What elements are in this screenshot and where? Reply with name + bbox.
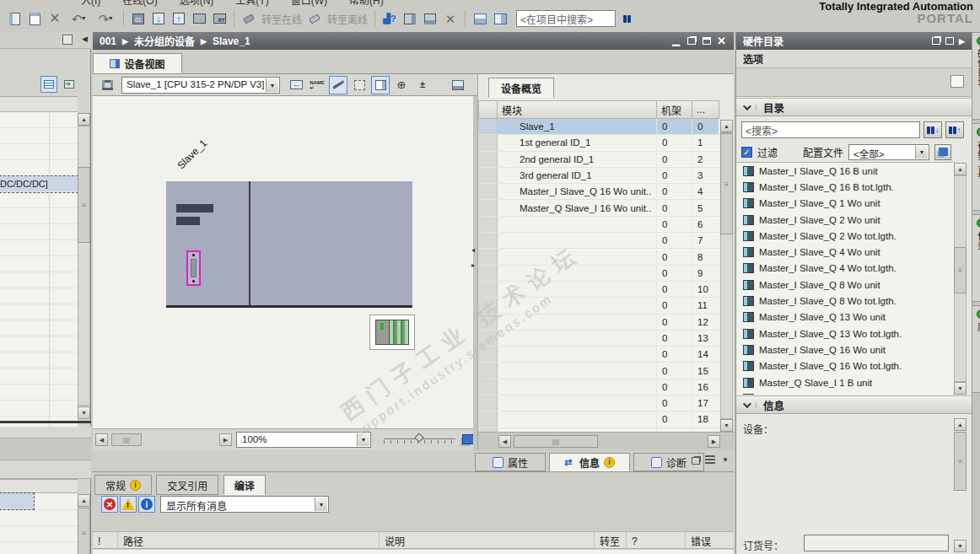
filter-checkbox[interactable]: ✓ xyxy=(741,147,752,158)
catalog-item[interactable]: Master_I Slave_Q 16 Wo unit xyxy=(736,342,954,358)
zoom-in-button[interactable]: ⊕ xyxy=(392,76,411,94)
row-handle[interactable] xyxy=(478,249,498,264)
table-row[interactable] xyxy=(0,385,78,401)
table-row[interactable] xyxy=(0,493,78,510)
scroll-right-button[interactable]: ▶ xyxy=(708,435,720,448)
module-cell[interactable] xyxy=(498,347,657,362)
slot-cell[interactable]: 2 xyxy=(692,152,719,167)
scrollbar-thumb[interactable]: ≡ xyxy=(720,133,733,234)
device-overview-row[interactable]: 0 14 xyxy=(478,347,719,363)
catalog-item[interactable]: Master_I Slave_Q 4 Wo unit xyxy=(736,244,954,260)
inspector-subtab[interactable]: 编译 i xyxy=(223,475,266,495)
scrollbar-thumb[interactable]: ≡ xyxy=(78,167,90,243)
network-icon-button[interactable] xyxy=(98,76,116,94)
project-search-button[interactable] xyxy=(617,9,636,28)
row-handle[interactable] xyxy=(478,119,498,134)
task-card-tab[interactable]: 任务 xyxy=(972,214,980,302)
table-row[interactable] xyxy=(0,208,78,224)
device-overview-row[interactable]: 0 11 xyxy=(478,298,719,314)
catalog-item[interactable]: Master_I Slave_Q 2 Wo unit xyxy=(736,212,954,228)
catalog-item[interactable]: Master_I Slave_Q 2 Wo tot.lgth. xyxy=(736,228,954,244)
menu-item[interactable]: 工具(T) xyxy=(235,0,268,7)
catalog-item[interactable]: Master_I Slave_Q 8 Wo unit xyxy=(736,277,954,293)
device-overview-row[interactable]: 2nd general ID_1 0 2 xyxy=(478,152,719,168)
dropdown-arrow-icon[interactable]: ▼ xyxy=(357,433,369,446)
rack-cell[interactable]: 0 xyxy=(657,119,692,134)
slot-cell[interactable]: 15 xyxy=(692,363,719,378)
zoom-slider[interactable] xyxy=(384,438,455,444)
slot-cell[interactable]: 0 xyxy=(692,119,719,134)
go-offline-icon-button[interactable] xyxy=(305,9,324,28)
scrollbar-thumb[interactable]: ≡ xyxy=(954,432,967,491)
row-handle[interactable] xyxy=(478,135,498,150)
device-overview-row[interactable]: 0 10 xyxy=(478,282,719,298)
module-cell[interactable]: Master_Q Slave_I 16 Wo unit.. xyxy=(498,200,657,215)
device-overview-row[interactable]: 0 6 xyxy=(478,217,719,233)
table-row[interactable] xyxy=(0,160,78,176)
slot-cell[interactable]: 4 xyxy=(692,184,719,199)
table-row[interactable] xyxy=(0,192,78,208)
slot-column-header[interactable]: ... xyxy=(692,100,719,119)
scroll-left-button[interactable]: ◀ xyxy=(95,433,108,446)
project-search-input[interactable] xyxy=(516,10,616,27)
view-tab[interactable]: 设备视图 xyxy=(93,53,182,73)
slot-cell[interactable]: 5 xyxy=(692,200,719,215)
catalog-item[interactable]: Master_I Slave_Q 16 B unit xyxy=(736,163,954,179)
module-cell[interactable] xyxy=(498,395,657,411)
row-handle[interactable] xyxy=(478,363,498,378)
module-cell[interactable] xyxy=(498,266,657,281)
float-panel-icon[interactable] xyxy=(62,35,73,45)
row-handle[interactable] xyxy=(478,233,498,248)
pane-button[interactable] xyxy=(371,76,390,94)
row-handle[interactable] xyxy=(478,298,498,313)
row-handle[interactable] xyxy=(478,379,498,395)
maximize-window-icon[interactable] xyxy=(701,36,712,46)
menu-item[interactable]: 入(I) xyxy=(81,0,100,7)
device-overview-row[interactable]: 0 18 xyxy=(478,411,719,428)
table-row[interactable] xyxy=(0,272,78,288)
table-row[interactable] xyxy=(0,510,78,526)
module-cell[interactable] xyxy=(498,315,657,330)
compile-button[interactable]: 01 xyxy=(129,9,148,28)
collapse-left-icon[interactable]: ◀ xyxy=(82,35,88,43)
scroll-right-button[interactable]: ▶ xyxy=(219,433,232,446)
filter-warnings-button[interactable]: ! xyxy=(120,496,137,513)
rack-cell[interactable]: 0 xyxy=(657,233,692,248)
breadcrumb-group[interactable]: 未分组的设备 xyxy=(134,34,195,48)
row-handle[interactable] xyxy=(478,395,498,411)
device-overview-row[interactable]: 0 16 xyxy=(478,379,719,395)
scrollbar-thumb[interactable]: ≡ xyxy=(78,508,90,554)
slot-cell[interactable]: 3 xyxy=(692,168,719,183)
redo-button[interactable]: ↷▾ xyxy=(93,9,118,28)
rack-cell[interactable]: 0 xyxy=(657,200,692,215)
col-path[interactable]: 路径 xyxy=(118,532,380,550)
split-horizontal-button[interactable] xyxy=(471,9,489,28)
col-description[interactable]: 说明 xyxy=(380,532,595,550)
inspector-subtab[interactable]: 交叉引用 i xyxy=(156,475,218,495)
table-row[interactable] xyxy=(0,336,78,352)
zoom-saved-button[interactable]: ± xyxy=(413,76,432,94)
rack-cell[interactable]: 0 xyxy=(657,282,692,297)
catalog-item[interactable]: Master_I Slave_Q 13 Wo tot.lgth. xyxy=(736,325,954,342)
selected-cell[interactable] xyxy=(0,493,34,509)
scroll-up-button[interactable]: ▲ xyxy=(954,163,967,175)
module-cell[interactable] xyxy=(498,298,657,313)
table-row[interactable] xyxy=(0,352,78,368)
hscrollbar-thumb[interactable]: |||| xyxy=(111,433,142,446)
rack-cell[interactable]: 0 xyxy=(657,217,692,232)
module-cell[interactable]: Master_I Slave_Q 16 Wo unit.. xyxy=(498,184,657,199)
device-overview-row[interactable]: 3rd general ID_1 0 3 xyxy=(478,168,719,184)
catalog-item[interactable]: Master_I Slave_Q 1 Wo unit xyxy=(736,196,954,212)
profile-dropdown[interactable]: <全部> ▼ xyxy=(848,144,929,160)
module-cell[interactable]: 1st general ID_1 xyxy=(498,135,657,150)
diagnostics-button[interactable]: ▟? xyxy=(380,9,399,28)
row-handle[interactable] xyxy=(478,282,498,297)
catalog-search-input[interactable] xyxy=(741,121,920,138)
slot-cell[interactable]: 10 xyxy=(692,282,719,297)
col-question[interactable]: ? xyxy=(627,532,686,550)
table-row[interactable] xyxy=(0,304,78,320)
catalog-item[interactable]: Master_Q Slave_I 2 B unit xyxy=(736,390,954,395)
row-handle[interactable] xyxy=(478,168,498,183)
scroll-left-button[interactable]: ◀ xyxy=(498,435,511,448)
scroll-up-button[interactable]: ▲ xyxy=(720,120,733,132)
